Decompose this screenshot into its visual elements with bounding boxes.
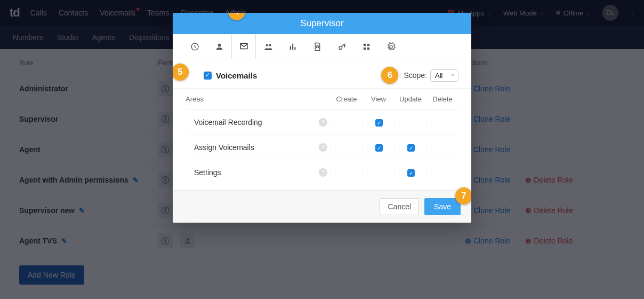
- cancel-button[interactable]: Cancel: [380, 198, 419, 215]
- svg-rect-4: [367, 43, 369, 45]
- perm-row: Voicemail Recording?: [186, 109, 458, 135]
- svg-point-2: [339, 46, 342, 49]
- svg-rect-5: [363, 47, 365, 49]
- perm-col-view: View: [363, 95, 395, 103]
- modal-tab-gear-icon[interactable]: [379, 34, 403, 59]
- modal-section-header: 5 Voicemails 6 Scope: All: [173, 59, 471, 89]
- perm-area-label: Assign Voicemails?: [186, 143, 331, 152]
- modal-tab-key-icon[interactable]: [329, 34, 354, 59]
- perm-update-checkbox[interactable]: [407, 169, 415, 177]
- callout-marker-7: 7: [455, 187, 471, 204]
- svg-rect-6: [367, 47, 369, 49]
- modal-tab-clock-icon[interactable]: [182, 34, 207, 59]
- svg-point-1: [316, 45, 318, 48]
- modal-tabs: 4: [173, 34, 471, 59]
- callout-marker-6: 6: [381, 67, 398, 84]
- perm-update-checkbox[interactable]: [407, 144, 415, 152]
- scope-select[interactable]: All: [430, 69, 458, 82]
- supervisor-modal: Supervisor 4 5 Voicemails 6 Scope: All A…: [173, 13, 471, 223]
- section-title: Voicemails: [216, 71, 257, 80]
- modal-tab-file-search-icon[interactable]: [305, 34, 329, 59]
- perm-col-create: Create: [331, 95, 363, 103]
- help-icon[interactable]: ?: [319, 143, 327, 152]
- modal-tab-group-icon[interactable]: [256, 34, 280, 59]
- perm-row: Assign Voicemails?: [186, 135, 458, 160]
- scope-label: Scope:: [404, 71, 427, 80]
- perm-col-update: Update: [395, 95, 426, 103]
- help-icon[interactable]: ?: [319, 118, 327, 127]
- perm-view-checkbox[interactable]: [375, 119, 383, 127]
- modal-tab-mail-icon[interactable]: [231, 34, 256, 59]
- perm-view-checkbox[interactable]: [375, 144, 383, 152]
- modal-tab-user-icon[interactable]: [207, 34, 231, 59]
- perm-row: Settings?: [186, 160, 458, 185]
- callout-marker-5: 5: [173, 64, 189, 81]
- modal-tab-chart-icon[interactable]: [280, 34, 305, 59]
- permissions-table: AreasCreateViewUpdateDelete Voicemail Re…: [173, 89, 471, 190]
- perm-col-delete: Delete: [426, 95, 458, 103]
- save-button[interactable]: Save: [424, 198, 461, 215]
- perm-col-areas: Areas: [186, 95, 331, 103]
- modal-tab-apps-icon[interactable]: [354, 34, 379, 59]
- modal-title: Supervisor: [173, 13, 471, 34]
- perm-area-label: Voicemail Recording?: [186, 118, 331, 127]
- modal-footer: Cancel Save 7: [173, 190, 471, 223]
- help-icon[interactable]: ?: [319, 168, 327, 177]
- svg-rect-3: [363, 43, 365, 45]
- perm-area-label: Settings?: [186, 168, 331, 177]
- voicemails-checkbox[interactable]: [204, 72, 212, 80]
